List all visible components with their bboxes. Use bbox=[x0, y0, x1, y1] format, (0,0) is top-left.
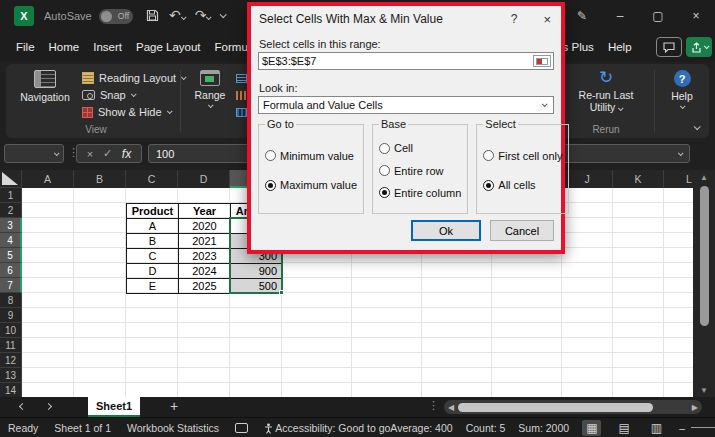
scroll-down-icon[interactable]: ▼ bbox=[700, 383, 708, 397]
show-hide-button[interactable]: Show & Hide bbox=[82, 106, 185, 118]
radio-selected-icon[interactable] bbox=[379, 187, 390, 198]
row-header-9[interactable]: 9 bbox=[0, 308, 22, 323]
dialog-close-button[interactable]: × bbox=[543, 12, 551, 27]
page-break-view-icon[interactable]: ▥ bbox=[647, 420, 666, 436]
radio-all-cells[interactable]: All cells bbox=[483, 179, 562, 191]
row-header-5[interactable]: 5 bbox=[0, 248, 22, 263]
table-cell[interactable]: 2023 bbox=[179, 249, 231, 264]
radio-icon[interactable] bbox=[483, 150, 494, 161]
row-header-6[interactable]: 6 bbox=[0, 263, 22, 278]
range-button[interactable]: Range bbox=[188, 70, 232, 108]
menu-item-ls-plus[interactable]: ls Plus bbox=[560, 41, 594, 53]
prev-sheet-icon[interactable] bbox=[19, 403, 26, 410]
maximize-button[interactable]: ▢ bbox=[639, 0, 677, 32]
range-input[interactable]: $E$3:$E$7 bbox=[258, 52, 554, 70]
menu-item-help[interactable]: Help bbox=[608, 41, 632, 53]
column-header-C[interactable]: C bbox=[126, 170, 178, 188]
row-header-2[interactable]: 2 bbox=[0, 203, 22, 218]
insert-function-icon[interactable]: fx bbox=[122, 147, 131, 161]
cancel-button[interactable]: Cancel bbox=[490, 220, 554, 241]
row-header-13[interactable]: 13 bbox=[0, 368, 22, 383]
column-header-K[interactable]: K bbox=[613, 170, 664, 188]
comments-button[interactable] bbox=[656, 37, 682, 57]
rerun-last-utility-button[interactable]: ↻ Re-run Last Utility bbox=[566, 69, 646, 113]
row-header-1[interactable]: 1 bbox=[0, 188, 22, 203]
row-header-10[interactable]: 10 bbox=[0, 323, 22, 338]
row-header-12[interactable]: 12 bbox=[0, 353, 22, 368]
redo-icon[interactable]: ↷ bbox=[195, 6, 211, 24]
autosave-toggle[interactable]: Off bbox=[99, 9, 133, 24]
page-layout-view-icon[interactable]: ▤ bbox=[614, 420, 633, 436]
normal-view-icon[interactable]: ▦ bbox=[582, 420, 601, 436]
radio-icon[interactable] bbox=[265, 150, 276, 161]
table-cell[interactable]: 2021 bbox=[179, 234, 231, 249]
tabbar-ellipsis-icon[interactable]: ⋮ bbox=[428, 399, 439, 412]
table-cell[interactable]: 2024 bbox=[179, 264, 231, 279]
radio-entire-row[interactable]: Entire row bbox=[379, 165, 461, 177]
save-icon[interactable] bbox=[146, 9, 159, 22]
radio-selected-icon[interactable] bbox=[483, 180, 494, 191]
formula-bar-expand-icon[interactable] bbox=[678, 150, 684, 156]
select-all-corner[interactable] bbox=[0, 170, 22, 188]
workbook-statistics[interactable]: Workbook Statistics bbox=[127, 422, 219, 434]
menu-item-home[interactable]: Home bbox=[49, 41, 80, 53]
table-cell[interactable]: 500 bbox=[231, 279, 283, 294]
qat-overflow-icon[interactable] bbox=[220, 11, 227, 18]
range-picker-icon[interactable] bbox=[533, 55, 551, 67]
next-sheet-icon[interactable] bbox=[45, 403, 52, 410]
minimize-button[interactable]: – bbox=[601, 0, 639, 32]
display-settings-icon[interactable] bbox=[235, 423, 248, 433]
column-header-J[interactable]: J bbox=[562, 170, 613, 188]
cancel-entry-icon[interactable]: × bbox=[87, 148, 93, 160]
row-header-4[interactable]: 4 bbox=[0, 233, 22, 248]
row-header-14[interactable]: 14 bbox=[0, 383, 22, 397]
ok-button[interactable]: Ok bbox=[411, 220, 481, 241]
menu-item-file[interactable]: File bbox=[16, 41, 35, 53]
reading-layout-button[interactable]: Reading Layout bbox=[82, 72, 185, 84]
column-header-A[interactable]: A bbox=[22, 170, 74, 188]
radio-entire-column[interactable]: Entire column bbox=[379, 187, 461, 199]
radio-icon[interactable] bbox=[379, 143, 390, 154]
row-header-3[interactable]: 3 bbox=[0, 218, 22, 233]
radio-icon[interactable] bbox=[379, 165, 390, 176]
table-cell[interactable]: B bbox=[127, 234, 179, 249]
radio-maximum-value[interactable]: Maximum value bbox=[265, 179, 357, 191]
snap-button[interactable]: Snap bbox=[82, 89, 185, 101]
accessibility-status[interactable]: Accessibility: Good to go bbox=[264, 422, 390, 434]
table-cell[interactable]: D bbox=[127, 264, 179, 279]
undo-icon[interactable]: ↶ bbox=[169, 6, 185, 24]
ribbon-collapse-icon[interactable] bbox=[694, 123, 701, 130]
vertical-scrollbar[interactable]: ▲ ▼ bbox=[693, 170, 715, 397]
radio-cell[interactable]: Cell bbox=[379, 142, 461, 154]
row-header-8[interactable]: 8 bbox=[0, 293, 22, 308]
draw-icon[interactable]: ✎ bbox=[563, 0, 601, 32]
row-header-11[interactable]: 11 bbox=[0, 338, 22, 353]
scroll-up-icon[interactable]: ▲ bbox=[700, 170, 708, 184]
look-in-dropdown[interactable]: Formula and Value Cells bbox=[258, 96, 554, 114]
table-header-cell[interactable]: Year bbox=[179, 204, 231, 219]
dialog-help-button[interactable]: ? bbox=[511, 12, 518, 26]
vscroll-thumb[interactable] bbox=[700, 186, 709, 326]
column-header-L[interactable]: L bbox=[664, 170, 693, 188]
close-button[interactable]: × bbox=[677, 0, 715, 32]
radio-selected-icon[interactable] bbox=[265, 180, 276, 191]
table-cell[interactable]: C bbox=[127, 249, 179, 264]
table-cell[interactable]: 2020 bbox=[179, 219, 231, 234]
menu-item-insert[interactable]: Insert bbox=[93, 41, 122, 53]
share-button[interactable] bbox=[686, 37, 712, 57]
confirm-entry-icon[interactable]: ✓ bbox=[103, 147, 112, 160]
table-cell[interactable]: E bbox=[127, 279, 179, 294]
column-header-D[interactable]: D bbox=[178, 170, 230, 188]
scroll-right-icon[interactable]: ▶ bbox=[688, 403, 702, 412]
radio-first-cell-only[interactable]: First cell only bbox=[483, 150, 562, 162]
menu-item-page-layout[interactable]: Page Layout bbox=[136, 41, 201, 53]
table-header-cell[interactable]: Product bbox=[127, 204, 179, 219]
horizontal-scrollbar[interactable]: ◀ ▶ bbox=[444, 400, 702, 414]
radio-minimum-value[interactable]: Minimum value bbox=[265, 150, 357, 162]
column-header-B[interactable]: B bbox=[74, 170, 126, 188]
sheet-tab-active[interactable]: Sheet1 bbox=[88, 397, 140, 417]
hscroll-thumb[interactable] bbox=[458, 403, 653, 412]
row-header-7[interactable]: 7 bbox=[0, 278, 22, 293]
zoom-out-icon[interactable]: – bbox=[679, 422, 685, 434]
add-sheet-button[interactable]: + bbox=[170, 398, 178, 414]
